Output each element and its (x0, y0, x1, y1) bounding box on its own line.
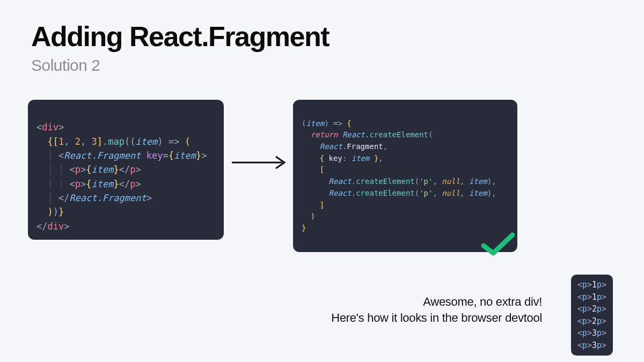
brace: } (196, 150, 201, 161)
angle-close: > (80, 164, 86, 175)
brace: } (58, 206, 64, 217)
equals: = (163, 150, 168, 161)
var-react: React (342, 130, 365, 139)
var-item: item (91, 164, 113, 175)
page-subtitle: Solution 2 (31, 56, 100, 75)
var-react: React (329, 177, 352, 186)
comma: , (492, 189, 496, 197)
space (338, 130, 342, 139)
comma: , (492, 177, 496, 186)
paren: ) (487, 177, 492, 186)
paren: ( (415, 189, 419, 197)
comma: , (460, 189, 469, 197)
paren: ( (415, 177, 419, 186)
devtool-output: <p>1p> <p>1p> <p>2p> <p>2p> <p>3p> <p>3p… (571, 275, 613, 356)
brace: { (347, 119, 351, 128)
angle-close: > (147, 193, 152, 203)
fn-createelement: createElement (369, 130, 428, 139)
space (141, 150, 147, 161)
comma: , (80, 136, 91, 147)
space (324, 154, 328, 162)
tag-div: div (47, 221, 64, 232)
tag-fragment: React.Fragment (64, 150, 141, 161)
tag-fragment: React.Fragment (69, 193, 146, 203)
caption-text: Awesome, no extra div!Here's how it look… (306, 294, 542, 326)
angle-open: < (69, 179, 75, 189)
angle-close: > (58, 122, 64, 132)
comma: , (433, 177, 442, 186)
var-item: item (352, 154, 370, 162)
null: null (442, 189, 460, 197)
attr-key: key (147, 150, 163, 161)
var-react: React (320, 142, 342, 151)
angle-open: < (58, 150, 64, 161)
str-p: 'p' (419, 189, 433, 197)
str-p: 'p' (419, 177, 433, 186)
paren: ) (487, 189, 492, 197)
paren: ) (53, 206, 58, 217)
arrow-fn: => (329, 119, 347, 128)
angle-open: </ (119, 164, 130, 175)
bracket: [ (53, 136, 58, 147)
brace: } (302, 224, 306, 232)
angle-close: > (64, 221, 69, 232)
bracket: [ (320, 165, 324, 174)
bracket: ] (320, 201, 324, 209)
num: 3 (91, 136, 97, 147)
arrow-fn: => (163, 136, 185, 147)
paren: ) (157, 136, 163, 147)
paren: (( (125, 136, 135, 147)
comma: , (64, 136, 75, 147)
prop-fragment: Fragment (347, 142, 383, 151)
dot: . (103, 136, 108, 147)
comma: , (433, 189, 442, 197)
angle-open: </ (36, 221, 47, 232)
param-item: item (306, 119, 324, 128)
paren: ) (311, 212, 315, 220)
angle-close: > (80, 179, 86, 189)
angle-open: </ (58, 193, 69, 203)
fn-createelement: createElement (356, 189, 415, 197)
var-react: React (329, 189, 352, 197)
null: null (442, 177, 460, 186)
brace: { (320, 154, 324, 162)
kw-return: return (311, 130, 338, 139)
var-item: item (469, 177, 487, 186)
brace: } (113, 179, 119, 189)
arrow-right-icon (231, 154, 288, 171)
num: 1 (58, 136, 64, 147)
comma: , (378, 154, 383, 162)
tag-p: p (75, 164, 80, 175)
tag-p: p (130, 164, 135, 175)
code-block-jsx: <div> {[1, 2, 3].map((item) => ( │ <Reac… (28, 100, 224, 240)
tag-p: p (75, 179, 80, 189)
dot: . (352, 177, 356, 186)
code-block-compiled: (item) => { return React.createElement( … (293, 100, 517, 252)
prop-key: key (329, 154, 342, 162)
fn-createelement: createElement (356, 177, 415, 186)
angle-close: > (135, 179, 141, 189)
bracket: ] (97, 136, 103, 147)
brace: { (86, 164, 91, 175)
angle-close: > (201, 150, 207, 161)
paren: ( (185, 136, 191, 147)
angle-open: < (69, 164, 75, 175)
paren: ) (47, 206, 53, 217)
page-title: Adding React.Fragment (31, 20, 329, 53)
param-item: item (135, 136, 157, 147)
checkmark-icon (470, 219, 508, 246)
comma: , (383, 142, 387, 151)
num: 2 (75, 136, 80, 147)
angle-open: < (36, 122, 42, 132)
paren: ( (428, 130, 433, 139)
angle-close: > (135, 164, 141, 175)
angle-open: </ (119, 179, 130, 189)
var-item: item (174, 150, 196, 161)
var-item: item (469, 189, 487, 197)
dot: . (352, 189, 356, 197)
comma: , (460, 177, 469, 186)
brace: { (47, 136, 53, 147)
brace: { (86, 179, 91, 189)
tag-p: p (130, 179, 135, 189)
var-item: item (91, 179, 113, 189)
